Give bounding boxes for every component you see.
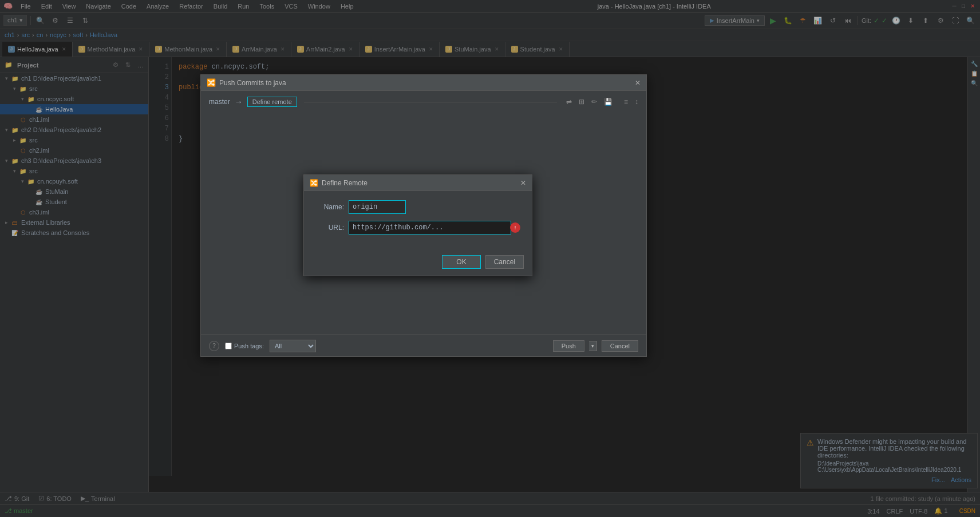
- define-remote-icon: 🔀: [310, 179, 318, 187]
- push-icon6[interactable]: ↕: [635, 98, 638, 106]
- push-dialog-header: 🔀 Push Commits to java ✕: [201, 75, 646, 91]
- define-remote-dialog: 🔀 Define Remote ✕ Name: URL: ! OK Cancel: [303, 174, 532, 276]
- define-remote-header: 🔀 Define Remote ✕: [304, 175, 532, 191]
- define-remote-cancel-button[interactable]: Cancel: [485, 255, 524, 269]
- name-label: Name:: [315, 203, 344, 211]
- form-row-url: URL: !: [315, 221, 520, 234]
- push-help-icon[interactable]: ?: [209, 341, 219, 351]
- define-remote-footer: OK Cancel: [304, 250, 532, 276]
- push-tags-select[interactable]: All Annotated None: [270, 340, 316, 352]
- url-input[interactable]: [349, 221, 511, 234]
- define-remote-ok-button[interactable]: OK: [442, 255, 480, 269]
- push-dialog-footer: ? Push tags: All Annotated None Push ▾ C…: [201, 335, 646, 356]
- push-dialog-title-area: 🔀 Push Commits to java: [207, 78, 286, 87]
- push-branch-label: master: [209, 98, 230, 106]
- push-dialog-icon: 🔀: [207, 78, 216, 87]
- push-icon2[interactable]: ⊞: [579, 98, 584, 106]
- define-remote-close-icon[interactable]: ✕: [520, 179, 526, 187]
- push-remote-row: master → Define remote ⇌ ⊞ ✏ 💾 ≡ ↕: [209, 97, 638, 107]
- push-tags-checkbox[interactable]: [225, 343, 232, 349]
- push-dialog-title: Push Commits to java: [219, 79, 286, 87]
- define-remote-content: Name: URL: !: [304, 191, 532, 250]
- push-dialog-close-icon[interactable]: ✕: [635, 79, 641, 87]
- define-remote-title-area: 🔀 Define Remote: [310, 179, 368, 187]
- push-arrow: →: [235, 97, 243, 106]
- name-input[interactable]: [349, 200, 406, 214]
- push-button-arrow[interactable]: ▾: [589, 341, 597, 351]
- push-tags-label: Push tags:: [234, 343, 264, 349]
- push-icon4[interactable]: 💾: [604, 98, 612, 106]
- url-input-wrapper: !: [349, 221, 520, 234]
- define-remote-title: Define Remote: [322, 179, 368, 187]
- push-cancel-button[interactable]: Cancel: [602, 340, 638, 352]
- push-icon3[interactable]: ✏: [591, 98, 597, 106]
- url-label: URL:: [315, 224, 344, 232]
- define-remote-button[interactable]: Define remote: [247, 97, 297, 107]
- push-tags-checkbox-label: Push tags:: [225, 343, 264, 349]
- push-icon1[interactable]: ⇌: [566, 98, 572, 106]
- push-footer-left: ? Push tags: All Annotated None: [209, 340, 316, 352]
- url-status-icon: !: [510, 222, 520, 233]
- push-footer-right: Push ▾ Cancel: [553, 340, 638, 352]
- form-row-name: Name:: [315, 200, 520, 214]
- push-button[interactable]: Push: [553, 340, 584, 352]
- push-icon5[interactable]: ≡: [624, 98, 628, 106]
